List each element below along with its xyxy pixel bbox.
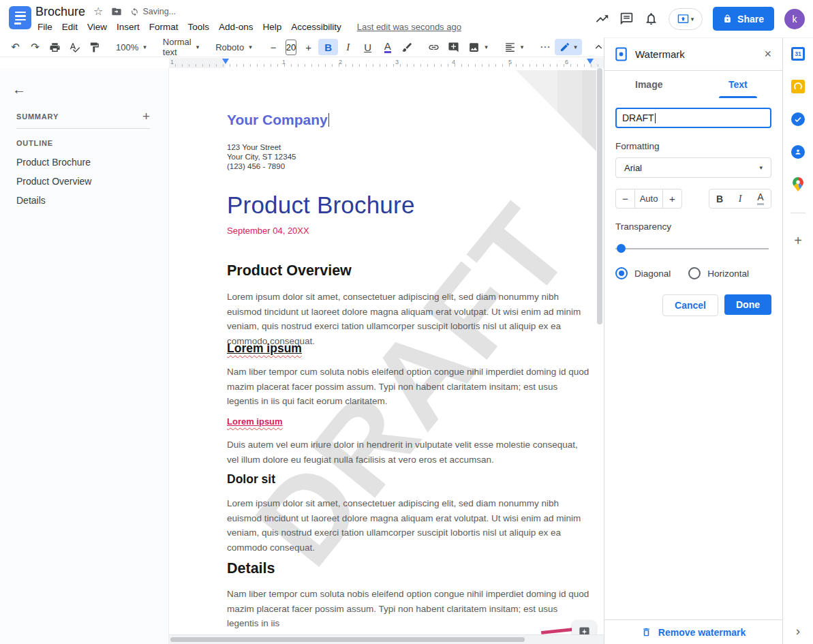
get-addons-button[interactable]: + [794, 233, 802, 249]
menu-accessibility[interactable]: Accessibility [286, 20, 346, 34]
company-address-text[interactable]: 123 Your Street Your City, ST 12345 (123… [227, 142, 591, 171]
radio-horizontal[interactable]: Horizontal [688, 267, 749, 279]
more-toolbar-button[interactable]: ⋯ [535, 39, 555, 55]
input-cursor [655, 113, 656, 123]
heading-dolor-sit[interactable]: Dolor sit [227, 472, 591, 487]
maps-icon[interactable] [791, 177, 806, 191]
done-button[interactable]: Done [724, 294, 771, 315]
text-style-group: B I A [709, 189, 771, 209]
align-button[interactable]: ▾ [500, 39, 529, 55]
menu-edit[interactable]: Edit [57, 20, 82, 34]
font-select[interactable]: Roboto▾ [211, 39, 256, 55]
outline-label: OUTLINE [16, 139, 53, 147]
tab-text[interactable]: Text [694, 71, 783, 98]
menu-addons[interactable]: Add-ons [214, 20, 258, 34]
brochure-title-text[interactable]: Product Brochure [227, 191, 591, 219]
watermark-italic-button[interactable]: I [730, 189, 750, 208]
editing-mode-button[interactable]: ▾ [555, 39, 582, 55]
close-panel-icon[interactable]: × [764, 47, 771, 61]
increase-font-size-button[interactable]: + [298, 39, 318, 55]
outline-item-details[interactable]: Details [16, 191, 153, 210]
notifications-bell-icon[interactable] [644, 12, 658, 26]
radio-diagonal-dot[interactable] [615, 267, 628, 279]
print-button[interactable] [45, 39, 65, 55]
paragraph-3[interactable]: Duis autem vel eum iriure dolor in hendr… [227, 438, 591, 467]
move-folder-icon[interactable] [111, 6, 122, 17]
outline-item-product-brochure[interactable]: Product Brochure [16, 153, 153, 172]
heading-lorem-ipsum-link[interactable]: Lorem ipsum [227, 416, 591, 427]
transparency-label: Transparency [615, 221, 771, 232]
radio-diagonal[interactable]: Diagonal [615, 267, 671, 279]
account-avatar[interactable]: k [784, 9, 805, 29]
italic-button[interactable]: I [338, 39, 358, 55]
insert-image-button[interactable]: ▾ [463, 39, 493, 55]
highlight-color-button[interactable] [397, 39, 417, 55]
menu-file[interactable]: File [33, 20, 57, 34]
menu-help[interactable]: Help [258, 20, 286, 34]
redo-button[interactable]: ↷ [25, 39, 45, 55]
heading-product-overview[interactable]: Product Overview [227, 262, 591, 279]
close-outline-button[interactable]: ← [12, 82, 26, 97]
decrease-font-size-button[interactable]: − [264, 39, 283, 55]
slider-thumb[interactable] [617, 244, 626, 253]
spellcheck-button[interactable] [65, 39, 85, 55]
paragraph-style-select[interactable]: Normal text▾ [158, 39, 204, 55]
calendar-icon[interactable]: 31 [791, 46, 806, 61]
insights-icon[interactable] [595, 12, 609, 26]
comments-icon[interactable] [619, 12, 634, 26]
document-title[interactable]: Brochure [35, 5, 85, 19]
paragraph-4[interactable]: Lorem ipsum dolor sit amet, consectetuer… [227, 496, 591, 555]
paragraph-5[interactable]: Nam liber tempor cum soluta nobis eleife… [227, 587, 591, 631]
hide-side-panel-chevron[interactable]: › [783, 624, 813, 639]
present-button[interactable]: ▾ [669, 8, 703, 30]
keep-icon[interactable] [791, 79, 806, 93]
horizontal-ruler[interactable]: 1 1 2 3 4 5 6 [169, 58, 604, 69]
size-value[interactable]: Auto [634, 189, 663, 208]
paragraph-1[interactable]: Lorem ipsum dolor sit amet, consectetuer… [227, 290, 591, 348]
watermark-bold-button[interactable]: B [709, 189, 730, 208]
watermark-font-select[interactable]: Arial▾ [615, 157, 771, 178]
share-button[interactable]: Share [713, 7, 774, 31]
paragraph-2[interactable]: Nam liber tempor cum soluta nobis eleife… [227, 365, 591, 409]
date-text[interactable]: September 04, 20XX [227, 226, 591, 236]
contacts-icon[interactable] [791, 144, 806, 159]
add-summary-button[interactable]: + [142, 109, 150, 124]
panel-title: Watermark [635, 48, 756, 60]
size-increase-button[interactable]: + [663, 189, 681, 208]
cancel-button[interactable]: Cancel [662, 294, 718, 316]
tasks-icon[interactable] [791, 112, 806, 126]
right-indent-marker[interactable] [587, 59, 594, 64]
text-color-button[interactable]: A [378, 39, 397, 55]
docs-logo-icon[interactable] [9, 6, 31, 29]
document-canvas[interactable]: DRAFT Your Company 123 Your Street Your … [169, 68, 604, 644]
font-size-stepper: − Auto + [615, 189, 682, 209]
tab-image[interactable]: Image [604, 71, 694, 98]
undo-button[interactable]: ↶ [5, 39, 25, 55]
font-size-field[interactable]: 20 [286, 40, 296, 55]
underline-button[interactable]: U [358, 39, 378, 55]
radio-horizontal-dot[interactable] [688, 267, 701, 279]
remove-watermark-button[interactable]: Remove watermark [604, 619, 782, 644]
watermark-color-button[interactable]: A [750, 189, 771, 208]
transparency-slider[interactable] [615, 244, 771, 254]
zoom-select[interactable]: 100%▾ [111, 39, 151, 55]
watermark-text-input[interactable]: DRAFT [615, 108, 771, 128]
size-decrease-button[interactable]: − [616, 189, 634, 208]
add-comment-button[interactable] [444, 39, 463, 55]
horizontal-scrollbar[interactable] [170, 637, 525, 642]
paint-format-button[interactable] [85, 39, 104, 55]
menu-format[interactable]: Format [144, 20, 183, 34]
menu-tools[interactable]: Tools [183, 20, 215, 34]
outline-item-product-overview[interactable]: Product Overview [16, 172, 153, 191]
last-edit-link[interactable]: Last edit was seconds ago [357, 22, 461, 32]
insert-link-button[interactable] [424, 39, 444, 55]
menu-view[interactable]: View [82, 20, 112, 34]
vertical-scrollbar[interactable] [597, 68, 602, 324]
heading-lorem-ipsum[interactable]: Lorem ipsum [227, 341, 591, 356]
company-name-text[interactable]: Your Company [227, 112, 591, 128]
left-indent-marker[interactable] [222, 59, 229, 64]
star-icon[interactable]: ☆ [93, 6, 103, 17]
heading-details[interactable]: Details [227, 560, 591, 577]
bold-button[interactable]: B [318, 39, 338, 55]
menu-insert[interactable]: Insert [112, 20, 144, 34]
